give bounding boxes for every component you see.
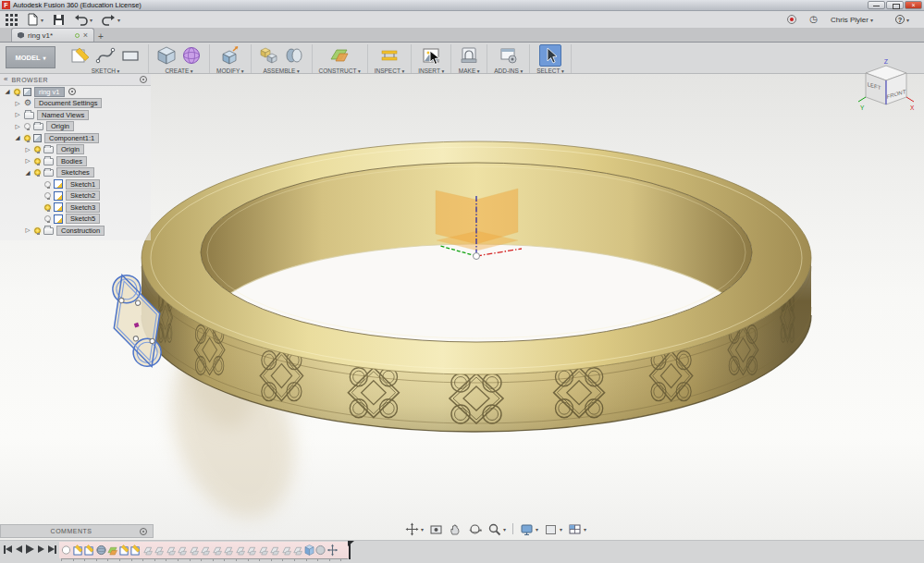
pan-button[interactable] (447, 522, 464, 536)
timeline-extrude-feature[interactable] (304, 544, 314, 557)
ribbon-group-label[interactable]: MAKE (459, 67, 480, 74)
ribbon-group-label[interactable]: INSERT (418, 67, 444, 74)
ribbon-group-label[interactable]: ADD-INS (494, 67, 523, 74)
ribbon-group-label[interactable]: SELECT (536, 67, 564, 74)
viewports-button[interactable]: ▾ (566, 522, 588, 536)
browser-item-construction[interactable]: ▷Construction (0, 225, 151, 237)
file-menu-button[interactable]: ▾ (27, 13, 43, 26)
browser-item-sketch5[interactable]: Sketch5 (0, 214, 151, 226)
expander-closed-icon[interactable]: ▷ (24, 146, 31, 153)
timeline-sphere-feature[interactable] (315, 544, 326, 557)
browser-item-label[interactable]: Origin (56, 144, 84, 154)
browser-item-component1-1[interactable]: ◢Component1:1 (0, 132, 151, 144)
collapse-panel-icon[interactable]: « (4, 75, 7, 84)
new-tab-button[interactable]: + (94, 31, 107, 42)
timeline-feature-feature[interactable] (166, 544, 176, 557)
display-settings-button[interactable]: ▾ (518, 522, 540, 536)
browser-item-label[interactable]: Sketch5 (66, 214, 100, 224)
browser-item-label[interactable]: Origin (46, 121, 74, 131)
step-back-button[interactable] (16, 545, 22, 553)
visibility-bulb-icon[interactable] (24, 135, 31, 141)
expander-closed-icon[interactable]: ▷ (14, 111, 21, 118)
activate-component-radio[interactable] (68, 88, 76, 95)
ribbon-group-label[interactable]: ASSEMBLE (263, 67, 299, 74)
close-tab-icon[interactable]: × (83, 31, 88, 40)
form-icon[interactable] (180, 44, 203, 67)
close-button[interactable]: × (905, 1, 922, 9)
timeline-feature-feature[interactable] (212, 544, 222, 557)
timeline-feature-feature[interactable] (177, 544, 187, 557)
redo-button[interactable]: ▾ (102, 14, 120, 26)
browser-item-origin[interactable]: ▷Origin (0, 144, 151, 156)
browser-item-sketch3[interactable]: Sketch3 (0, 202, 151, 214)
visibility-bulb-icon[interactable] (44, 215, 51, 222)
timeline-position-marker[interactable] (349, 542, 351, 559)
save-button[interactable] (53, 14, 65, 26)
browser-item-label[interactable]: Document Settings (34, 98, 102, 108)
scripts-icon[interactable] (498, 44, 520, 67)
timeline-feature-feature[interactable] (258, 544, 268, 557)
expander-open-icon[interactable]: ◢ (14, 134, 21, 141)
browser-item-label[interactable]: Sketches (56, 167, 94, 177)
browser-item-ring-v1[interactable]: ◢ring v1 (0, 86, 151, 98)
look-at-button[interactable] (427, 522, 445, 536)
timeline-feature-feature[interactable] (269, 544, 279, 557)
timeline-sketch-feature[interactable] (119, 544, 129, 557)
timeline-revolve-feature[interactable] (96, 544, 106, 557)
browser-item-label[interactable]: Named Views (37, 110, 89, 120)
visibility-bulb-icon[interactable] (34, 146, 41, 153)
expander-open-icon[interactable]: ◢ (24, 169, 31, 177)
navigate-button[interactable]: ▾ (403, 522, 425, 536)
view-cube[interactable]: Z LEFT FRONT Y X (857, 57, 917, 118)
timeline-move-feature[interactable] (327, 544, 338, 557)
box-icon[interactable] (155, 44, 178, 67)
timeline-feature-feature[interactable] (235, 544, 245, 557)
workspace-selector[interactable]: MODEL (6, 46, 55, 68)
rectangle-icon[interactable] (119, 44, 142, 67)
panel-options-icon[interactable] (140, 76, 147, 83)
browser-item-origin[interactable]: ▷Origin (0, 121, 151, 133)
press-pull-icon[interactable] (219, 44, 241, 67)
timeline-feature-feature[interactable] (246, 544, 256, 557)
zoom-button[interactable]: ▾ (486, 522, 508, 536)
spline-icon[interactable] (94, 44, 117, 67)
maximize-button[interactable] (886, 1, 904, 9)
minimize-button[interactable] (868, 1, 885, 9)
ribbon-group-label[interactable]: MODIFY (216, 67, 244, 74)
comments-panel[interactable]: COMMENTS (0, 524, 154, 538)
joint-icon[interactable] (283, 44, 305, 67)
history-clock-icon[interactable]: ◷ (809, 15, 818, 24)
browser-item-named-views[interactable]: ▷Named Views (0, 109, 151, 121)
ribbon-group-label[interactable]: CREATE (165, 67, 192, 74)
visibility-bulb-icon[interactable] (44, 181, 51, 188)
visibility-bulb-icon[interactable] (34, 227, 41, 234)
ribbon-group-label[interactable]: CONSTRUCT (319, 67, 361, 74)
visibility-bulb-icon[interactable] (34, 158, 41, 165)
timeline-plane-feature[interactable] (107, 544, 117, 557)
browser-item-bodies[interactable]: ▷Bodies (0, 155, 151, 167)
app-launcher-icon[interactable] (6, 14, 18, 26)
measure-icon[interactable] (378, 44, 400, 67)
go-to-end-button[interactable] (48, 545, 56, 554)
timeline-feature-feature[interactable] (200, 544, 210, 557)
browser-item-sketches[interactable]: ◢Sketches (0, 167, 151, 179)
expander-closed-icon[interactable]: ▷ (14, 123, 21, 130)
browser-item-label[interactable]: Sketch3 (66, 202, 100, 213)
timeline-feature-feature[interactable] (189, 544, 199, 557)
grid-settings-button[interactable]: ▾ (542, 522, 564, 536)
timeline-sketch-feature[interactable] (84, 544, 94, 557)
step-forward-button[interactable] (38, 545, 44, 553)
browser-item-label[interactable]: ring v1 (34, 87, 65, 97)
visibility-bulb-icon[interactable] (44, 192, 51, 199)
expander-closed-icon[interactable]: ▷ (24, 157, 31, 165)
help-menu[interactable]: ? ▾ (895, 15, 909, 24)
browser-item-sketch1[interactable]: Sketch1 (0, 178, 151, 190)
record-icon[interactable] (787, 15, 796, 24)
print-icon[interactable] (458, 44, 480, 67)
go-to-start-button[interactable] (4, 545, 12, 554)
new-component-icon[interactable] (258, 44, 280, 67)
visibility-bulb-icon[interactable] (44, 204, 51, 211)
orbit-button[interactable] (466, 522, 484, 536)
expander-closed-icon[interactable]: ▷ (14, 100, 21, 107)
browser-item-sketch2[interactable]: Sketch2 (0, 190, 151, 202)
